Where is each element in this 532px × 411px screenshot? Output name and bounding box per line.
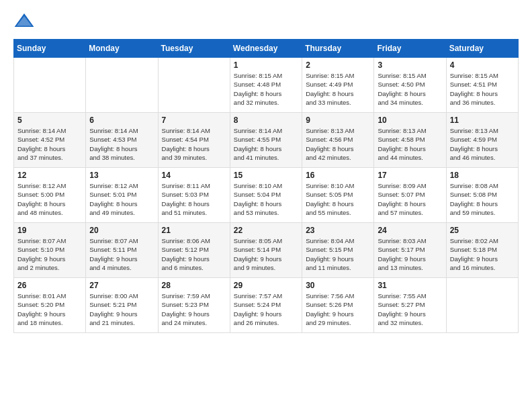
page: SundayMondayTuesdayWednesdayThursdayFrid… [0,0,532,347]
day-number: 17 [378,171,442,180]
day-info: Sunrise: 8:01 AM Sunset: 5:20 PM Dayligh… [17,291,82,327]
calendar-week-3: 12Sunrise: 8:12 AM Sunset: 5:00 PM Dayli… [14,168,519,223]
calendar-cell: 3Sunrise: 8:15 AM Sunset: 4:50 PM Daylig… [374,58,446,113]
calendar-cell: 19Sunrise: 8:07 AM Sunset: 5:10 PM Dayli… [14,223,86,278]
calendar-cell: 8Sunrise: 8:14 AM Sunset: 4:55 PM Daylig… [230,113,302,168]
calendar-cell: 12Sunrise: 8:12 AM Sunset: 5:00 PM Dayli… [14,168,86,223]
day-info: Sunrise: 8:04 AM Sunset: 5:15 PM Dayligh… [306,236,370,272]
day-info: Sunrise: 8:10 AM Sunset: 5:04 PM Dayligh… [234,181,298,217]
weekday-header-wednesday: Wednesday [230,40,302,58]
day-number: 29 [234,281,298,290]
day-info: Sunrise: 8:08 AM Sunset: 5:08 PM Dayligh… [450,181,515,217]
calendar-cell: 30Sunrise: 7:56 AM Sunset: 5:26 PM Dayli… [302,278,374,333]
weekday-header-thursday: Thursday [302,40,374,58]
day-info: Sunrise: 8:14 AM Sunset: 4:55 PM Dayligh… [234,126,298,162]
calendar-week-1: 1Sunrise: 8:15 AM Sunset: 4:48 PM Daylig… [14,58,519,113]
header [13,11,519,32]
day-number: 2 [306,60,370,70]
day-number: 1 [234,60,298,70]
day-number: 14 [162,171,226,180]
day-number: 13 [89,171,154,180]
calendar-week-2: 5Sunrise: 8:14 AM Sunset: 4:52 PM Daylig… [14,113,519,168]
day-info: Sunrise: 7:55 AM Sunset: 5:27 PM Dayligh… [378,291,442,327]
calendar-cell: 18Sunrise: 8:08 AM Sunset: 5:08 PM Dayli… [446,168,518,223]
calendar-cell: 27Sunrise: 8:00 AM Sunset: 5:21 PM Dayli… [86,278,158,333]
calendar: SundayMondayTuesdayWednesdayThursdayFrid… [13,39,519,333]
calendar-cell: 2Sunrise: 8:15 AM Sunset: 4:49 PM Daylig… [302,58,374,113]
calendar-cell: 17Sunrise: 8:09 AM Sunset: 5:07 PM Dayli… [374,168,446,223]
day-info: Sunrise: 8:12 AM Sunset: 5:01 PM Dayligh… [89,181,154,217]
day-number: 25 [450,226,515,235]
calendar-cell: 21Sunrise: 8:06 AM Sunset: 5:12 PM Dayli… [158,223,230,278]
calendar-cell: 24Sunrise: 8:03 AM Sunset: 5:17 PM Dayli… [374,223,446,278]
day-info: Sunrise: 8:14 AM Sunset: 4:54 PM Dayligh… [162,126,226,162]
day-info: Sunrise: 8:03 AM Sunset: 5:17 PM Dayligh… [378,236,442,272]
calendar-cell: 31Sunrise: 7:55 AM Sunset: 5:27 PM Dayli… [374,278,446,333]
weekday-header-row: SundayMondayTuesdayWednesdayThursdayFrid… [14,40,519,58]
day-number: 4 [450,60,515,70]
calendar-cell: 9Sunrise: 8:13 AM Sunset: 4:56 PM Daylig… [302,113,374,168]
weekday-header-sunday: Sunday [14,40,86,58]
day-number: 10 [378,116,442,125]
day-info: Sunrise: 8:07 AM Sunset: 5:11 PM Dayligh… [89,236,154,272]
calendar-cell [158,58,230,113]
day-info: Sunrise: 8:05 AM Sunset: 5:14 PM Dayligh… [234,236,298,272]
calendar-cell: 20Sunrise: 8:07 AM Sunset: 5:11 PM Dayli… [86,223,158,278]
logo-icon [13,11,35,32]
day-info: Sunrise: 8:15 AM Sunset: 4:48 PM Dayligh… [234,71,298,107]
calendar-cell: 25Sunrise: 8:02 AM Sunset: 5:18 PM Dayli… [446,223,518,278]
day-info: Sunrise: 8:11 AM Sunset: 5:03 PM Dayligh… [162,181,226,217]
calendar-cell: 22Sunrise: 8:05 AM Sunset: 5:14 PM Dayli… [230,223,302,278]
day-info: Sunrise: 8:12 AM Sunset: 5:00 PM Dayligh… [17,181,82,217]
day-info: Sunrise: 8:15 AM Sunset: 4:51 PM Dayligh… [450,71,515,107]
day-info: Sunrise: 8:13 AM Sunset: 4:56 PM Dayligh… [306,126,370,162]
weekday-header-monday: Monday [86,40,158,58]
calendar-cell: 13Sunrise: 8:12 AM Sunset: 5:01 PM Dayli… [86,168,158,223]
calendar-week-5: 26Sunrise: 8:01 AM Sunset: 5:20 PM Dayli… [14,278,519,333]
day-info: Sunrise: 8:13 AM Sunset: 4:58 PM Dayligh… [378,126,442,162]
day-number: 19 [17,226,82,235]
day-info: Sunrise: 8:14 AM Sunset: 4:53 PM Dayligh… [89,126,154,162]
day-number: 5 [17,116,82,125]
day-info: Sunrise: 8:15 AM Sunset: 4:49 PM Dayligh… [306,71,370,107]
day-info: Sunrise: 8:15 AM Sunset: 4:50 PM Dayligh… [378,71,442,107]
weekday-header-tuesday: Tuesday [158,40,230,58]
day-info: Sunrise: 8:10 AM Sunset: 5:05 PM Dayligh… [306,181,370,217]
calendar-cell: 6Sunrise: 8:14 AM Sunset: 4:53 PM Daylig… [86,113,158,168]
calendar-cell: 7Sunrise: 8:14 AM Sunset: 4:54 PM Daylig… [158,113,230,168]
day-number: 26 [17,281,82,290]
day-number: 6 [89,116,154,125]
calendar-cell: 28Sunrise: 7:59 AM Sunset: 5:23 PM Dayli… [158,278,230,333]
day-number: 18 [450,171,515,180]
logo [13,11,38,32]
calendar-cell: 16Sunrise: 8:10 AM Sunset: 5:05 PM Dayli… [302,168,374,223]
calendar-cell [86,58,158,113]
day-number: 30 [306,281,370,290]
day-number: 16 [306,171,370,180]
day-number: 15 [234,171,298,180]
day-info: Sunrise: 7:56 AM Sunset: 5:26 PM Dayligh… [306,291,370,327]
calendar-cell: 23Sunrise: 8:04 AM Sunset: 5:15 PM Dayli… [302,223,374,278]
day-number: 20 [89,226,154,235]
weekday-header-saturday: Saturday [446,40,518,58]
day-number: 28 [162,281,226,290]
calendar-cell [14,58,86,113]
day-number: 12 [17,171,82,180]
calendar-cell: 10Sunrise: 8:13 AM Sunset: 4:58 PM Dayli… [374,113,446,168]
day-info: Sunrise: 8:14 AM Sunset: 4:52 PM Dayligh… [17,126,82,162]
day-info: Sunrise: 8:00 AM Sunset: 5:21 PM Dayligh… [89,291,154,327]
day-info: Sunrise: 7:59 AM Sunset: 5:23 PM Dayligh… [162,291,226,327]
day-info: Sunrise: 8:07 AM Sunset: 5:10 PM Dayligh… [17,236,82,272]
calendar-cell: 14Sunrise: 8:11 AM Sunset: 5:03 PM Dayli… [158,168,230,223]
day-info: Sunrise: 8:09 AM Sunset: 5:07 PM Dayligh… [378,181,442,217]
day-info: Sunrise: 8:02 AM Sunset: 5:18 PM Dayligh… [450,236,515,272]
calendar-week-4: 19Sunrise: 8:07 AM Sunset: 5:10 PM Dayli… [14,223,519,278]
day-info: Sunrise: 7:57 AM Sunset: 5:24 PM Dayligh… [234,291,298,327]
calendar-cell: 5Sunrise: 8:14 AM Sunset: 4:52 PM Daylig… [14,113,86,168]
day-number: 8 [234,116,298,125]
day-info: Sunrise: 8:13 AM Sunset: 4:59 PM Dayligh… [450,126,515,162]
day-number: 23 [306,226,370,235]
calendar-cell: 4Sunrise: 8:15 AM Sunset: 4:51 PM Daylig… [446,58,518,113]
day-number: 11 [450,116,515,125]
day-number: 7 [162,116,226,125]
